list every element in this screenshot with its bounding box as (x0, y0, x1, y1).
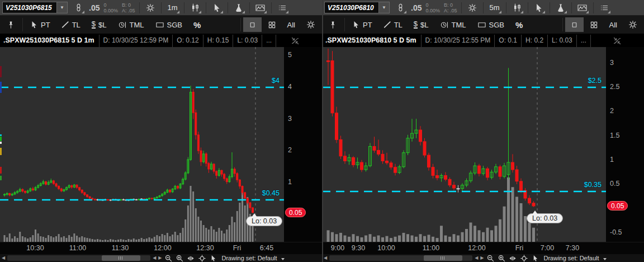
time-axis[interactable]: 9:009:3010:0011:0012:00Fri7:007:30 (322, 242, 644, 254)
left-edge-artifact (0, 134, 2, 136)
drawing-set-dropdown-icon[interactable] (281, 258, 285, 260)
studies-flask-icon[interactable] (232, 1, 245, 15)
collapse-cell-button[interactable] (613, 35, 622, 47)
cursor-tool-icon[interactable] (210, 1, 224, 15)
price-tick-label: 5 (288, 51, 292, 59)
bar-width-icon[interactable] (186, 255, 195, 262)
ask-value: A: .05 (122, 8, 135, 13)
collapse-cell-button[interactable] (291, 35, 300, 47)
cursor-tool-icon[interactable] (532, 1, 546, 15)
tml-tool-button[interactable]: TML (435, 17, 471, 32)
zoom-in-icon[interactable] (497, 255, 506, 262)
panel-divider[interactable] (322, 0, 323, 262)
quick-menu-icon[interactable] (276, 1, 289, 15)
price-level-label[interactable]: $4 (272, 77, 280, 85)
scroll-left-icon[interactable]: ◀ (324, 255, 327, 261)
price-axis[interactable]: 0.05 54321 (284, 47, 322, 242)
candlestick-plot (0, 47, 284, 242)
timeframe-button[interactable]: 1m (165, 1, 180, 15)
step-left-icon[interactable]: ◀ (475, 255, 478, 261)
grid-layout-button[interactable] (585, 17, 603, 32)
tl-tool-button[interactable]: TL (56, 17, 86, 32)
dollar-level-tool-button[interactable]: $ $L (87, 17, 112, 32)
gear-icon[interactable] (144, 1, 157, 15)
price-level-label[interactable]: $0.45 (262, 189, 280, 197)
price-tick-label: 1 (610, 156, 614, 163)
left-edge-artifact (0, 137, 2, 141)
step-left-icon[interactable]: ◀ (153, 255, 156, 261)
chart-scrollbar[interactable] (329, 255, 472, 261)
rectangle-icon (155, 21, 164, 29)
ohlc-more[interactable]: ... (262, 35, 276, 47)
time-tick-label: 12:00 (154, 244, 171, 252)
scroll-left-icon[interactable]: ◀ (2, 255, 5, 261)
pt-tool-button[interactable]: PT (347, 17, 377, 32)
step-right-icon[interactable]: ▶ (480, 255, 484, 261)
quick-menu-icon[interactable] (598, 1, 611, 15)
symbol-input[interactable] (2, 2, 57, 13)
step-right-icon[interactable]: ▶ (158, 255, 162, 261)
percent-tool-button[interactable]: % (510, 17, 528, 32)
time-axis[interactable]: 10:3011:0011:3012:0012:30Fri6:45 (0, 242, 322, 254)
grid-icon (590, 21, 598, 29)
link-icon[interactable] (72, 1, 85, 15)
pin-button[interactable] (2, 17, 20, 32)
link-icon[interactable] (394, 1, 407, 15)
sgb-tool-button[interactable]: SGB (150, 17, 187, 32)
scrollbar-handle[interactable] (424, 255, 462, 261)
drawing-set-label[interactable]: Drawing set: Default (221, 255, 277, 261)
cursor-mode-icon[interactable] (531, 255, 539, 262)
pin-button[interactable] (324, 17, 342, 32)
collapse-arrows-icon (291, 36, 300, 45)
sgb-tool-button[interactable]: SGB (472, 17, 509, 32)
cursor-mode-icon[interactable] (209, 255, 217, 262)
price-tick-label: 0.5 (610, 180, 619, 188)
settings-gear-button[interactable] (623, 17, 642, 32)
crosshair-icon[interactable] (519, 255, 528, 262)
price-axis[interactable]: 0.05 32.521.510.5-0.5 (606, 47, 644, 242)
all-charts-button[interactable]: All (282, 17, 300, 32)
chart-type-icon[interactable] (188, 1, 202, 15)
symbol-dropdown-button[interactable]: ▼ (379, 2, 390, 13)
price-level-label[interactable]: $2.5 (588, 77, 602, 85)
trendline-icon (61, 21, 69, 29)
pattern-tool-icon[interactable] (254, 1, 267, 15)
all-charts-button[interactable]: All (604, 17, 622, 32)
scrollbar-handle[interactable] (102, 255, 140, 261)
zoom-out-icon[interactable] (486, 255, 495, 262)
studies-flask-icon[interactable] (554, 1, 567, 15)
drawing-set-dropdown-icon[interactable] (603, 258, 607, 260)
chart-area[interactable]: 0.05 54321 Lo: 0.03 $4$0.45 (0, 47, 322, 242)
chart-type-icon[interactable] (510, 1, 524, 15)
pt-cursor-icon (352, 21, 360, 29)
price-level-label[interactable]: $0.35 (584, 181, 602, 189)
single-chart-layout-button[interactable] (243, 17, 262, 32)
zoom-out-icon[interactable] (164, 255, 173, 262)
chart-title: .SPXW251030P6810 5 D 5m (322, 35, 422, 47)
bar-width-icon[interactable] (508, 255, 517, 262)
dollar-underline-icon: $ (92, 21, 96, 29)
chart-area[interactable]: 0.05 32.521.510.5-0.5 Lo: 0.03 $2.5$0.35 (322, 47, 644, 242)
crosshair-icon[interactable] (197, 255, 206, 262)
tml-label: TML (452, 21, 466, 29)
timeframe-button[interactable]: 5m (487, 1, 502, 15)
drawing-set-label[interactable]: Drawing set: Default (543, 255, 599, 261)
pt-tool-button[interactable]: PT (25, 17, 55, 32)
grid-layout-button[interactable] (263, 17, 281, 32)
dollar-level-label: $L (98, 21, 106, 29)
symbol-dropdown-button[interactable]: ▼ (57, 2, 68, 13)
percent-tool-button[interactable]: % (188, 17, 206, 32)
zoom-in-icon[interactable] (175, 255, 184, 262)
top-toolbar: ▼ .05 0 0.00% B: 0 A: .05 5m (322, 0, 644, 16)
chart-scrollbar[interactable] (7, 255, 150, 261)
single-chart-layout-button[interactable] (565, 17, 584, 32)
pct-change: 0.00% (425, 8, 440, 13)
tml-tool-button[interactable]: TML (113, 17, 149, 32)
gear-icon[interactable] (466, 1, 479, 15)
pattern-tool-icon[interactable] (576, 1, 589, 15)
dollar-level-tool-button[interactable]: $ $L (409, 17, 434, 32)
ohlc-more[interactable]: ... (577, 35, 591, 47)
settings-gear-button[interactable] (301, 17, 320, 32)
tl-tool-button[interactable]: TL (378, 17, 408, 32)
symbol-input[interactable] (324, 2, 379, 13)
